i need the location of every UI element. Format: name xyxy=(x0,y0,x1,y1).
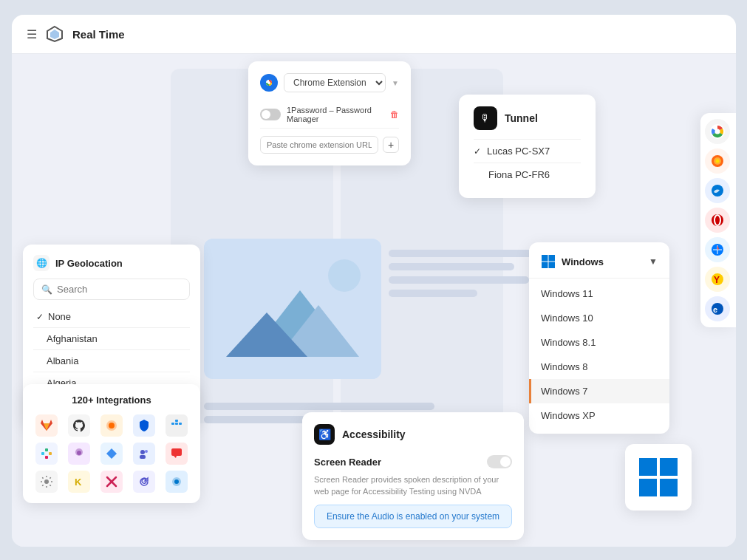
browser-safari-icon[interactable] xyxy=(705,237,730,262)
integration-diamond-icon[interactable] xyxy=(100,443,123,465)
svg-marker-28 xyxy=(174,456,177,458)
integrations-title: 120+ Integrations xyxy=(33,395,190,406)
integrations-grid: K xyxy=(33,414,190,493)
svg-rect-10 xyxy=(549,262,556,269)
geo-option-afghanistan[interactable]: Afghanistan xyxy=(33,328,190,349)
screen-reader-description: Screen Reader provides spoken descriptio… xyxy=(314,474,512,497)
integration-k-icon[interactable]: K xyxy=(68,471,90,493)
integration-slack-icon[interactable] xyxy=(35,443,58,465)
logo-icon xyxy=(44,24,65,44)
svg-rect-14 xyxy=(175,423,178,425)
windows-header: Windows ▼ xyxy=(529,248,669,278)
content-line-1 xyxy=(389,250,536,257)
integration-npm-icon[interactable] xyxy=(100,414,123,437)
svg-rect-15 xyxy=(175,420,178,422)
add-extension-button[interactable]: + xyxy=(383,137,399,153)
chrome-extension-card: Chrome Extension ▼ 1Password – Password … xyxy=(248,61,411,165)
browser-yandex-icon[interactable]: Y xyxy=(705,267,730,292)
svg-point-3 xyxy=(328,259,361,292)
tunnel-icon: 🎙 xyxy=(474,106,497,130)
geo-option-none[interactable]: None xyxy=(33,306,190,327)
svg-rect-16 xyxy=(179,423,182,425)
integration-x-icon[interactable] xyxy=(100,471,123,493)
svg-rect-36 xyxy=(660,458,678,476)
extension-name: 1Password – Password Manager xyxy=(287,106,384,123)
accessibility-header: ♿ Accessibility xyxy=(314,424,512,445)
browser-edge-icon[interactable] xyxy=(705,178,730,203)
tunnel-header: 🎙 Tunnel xyxy=(474,106,581,130)
svg-text:K: K xyxy=(75,477,82,488)
svg-point-41 xyxy=(715,129,720,134)
header-title: Real Time xyxy=(72,28,125,41)
browser-opera-icon[interactable] xyxy=(705,208,730,233)
chevron-down-icon: ▼ xyxy=(649,256,658,267)
screen-reader-row: Screen Reader xyxy=(314,455,512,468)
integrations-card: 120+ Integrations xyxy=(23,384,200,503)
win-option-11[interactable]: Windows 11 xyxy=(529,281,669,306)
menu-icon[interactable]: ☰ xyxy=(27,27,37,41)
chrome-ext-dropdown[interactable]: Chrome Extension xyxy=(284,73,386,92)
search-input[interactable] xyxy=(57,284,182,295)
integration-shield-icon[interactable] xyxy=(133,414,155,437)
integration-gitlab-icon[interactable] xyxy=(35,414,58,437)
win-option-10[interactable]: Windows 10 xyxy=(529,306,669,330)
tunnel-option-lucas[interactable]: Lucas PC-SX7 xyxy=(474,140,581,163)
win-option-xp[interactable]: Windows XP xyxy=(529,403,669,428)
win-option-8[interactable]: Windows 8 xyxy=(529,355,669,379)
browser-ie-icon[interactable]: e xyxy=(705,296,730,321)
audio-warning-text: Ensure the Audio is enabled on your syst… xyxy=(327,511,499,522)
svg-point-44 xyxy=(716,160,720,163)
svg-rect-13 xyxy=(171,423,174,425)
svg-text:e: e xyxy=(713,305,717,314)
audio-warning-banner: Ensure the Audio is enabled on your syst… xyxy=(314,505,512,528)
chrome-ext-header: Chrome Extension ▼ xyxy=(260,73,399,92)
svg-point-24 xyxy=(140,450,145,454)
search-box: 🔍 xyxy=(33,279,190,300)
integration-chat-icon[interactable] xyxy=(166,443,188,465)
integration-docker-icon[interactable] xyxy=(166,414,188,437)
svg-point-1 xyxy=(267,81,270,84)
integration-refresh-icon[interactable] xyxy=(133,471,155,493)
svg-point-22 xyxy=(77,451,81,455)
integration-gear-icon[interactable] xyxy=(35,471,58,493)
integration-circle-icon[interactable] xyxy=(166,471,188,493)
browser-chrome-icon[interactable] xyxy=(705,119,730,144)
svg-point-12 xyxy=(109,423,115,428)
win-option-7[interactable]: Windows 7 xyxy=(529,379,669,403)
extension-toggle[interactable] xyxy=(260,109,281,120)
content-lines xyxy=(389,250,536,303)
search-icon: 🔍 xyxy=(41,284,52,295)
paste-url-input[interactable] xyxy=(260,136,378,154)
integration-teams-icon[interactable] xyxy=(133,443,155,465)
content-line-2 xyxy=(389,263,514,270)
windows-logo-card xyxy=(625,444,692,511)
ip-geo-icon: 🌐 xyxy=(33,255,50,271)
svg-rect-38 xyxy=(660,479,678,496)
integration-octopus-icon[interactable] xyxy=(68,443,90,465)
svg-rect-7 xyxy=(542,255,548,262)
win-option-8-1[interactable]: Windows 8.1 xyxy=(529,330,669,355)
browser-sidebar: Y e xyxy=(700,113,736,327)
header: ☰ Real Time xyxy=(12,15,736,54)
geo-option-albania[interactable]: Albania xyxy=(33,350,190,372)
tunnel-option-fiona[interactable]: Fiona PC-FR6 xyxy=(474,163,581,186)
extension-row: 1Password – Password Manager 🗑 xyxy=(260,101,399,129)
svg-point-29 xyxy=(44,479,49,484)
content-line-3 xyxy=(389,276,529,284)
svg-rect-37 xyxy=(639,479,657,496)
screen-reader-toggle[interactable] xyxy=(487,455,512,468)
integration-github-icon[interactable] xyxy=(68,414,90,437)
delete-extension-icon[interactable]: 🗑 xyxy=(390,109,399,120)
svg-point-25 xyxy=(145,450,148,453)
paste-url-row: + xyxy=(260,136,399,154)
center-image-card xyxy=(204,239,381,379)
windows-os-card: Windows ▼ Windows 11 Windows 10 Windows … xyxy=(529,242,669,434)
svg-point-34 xyxy=(174,479,179,484)
browser-firefox-icon[interactable] xyxy=(705,148,730,174)
svg-rect-9 xyxy=(542,262,548,269)
tunnel-card: 🎙 Tunnel Lucas PC-SX7 Fiona PC-FR6 xyxy=(459,95,596,198)
accessibility-icon: ♿ xyxy=(314,424,335,445)
accessibility-title: Accessibility xyxy=(342,428,406,440)
svg-rect-27 xyxy=(171,448,182,456)
svg-rect-26 xyxy=(140,455,146,459)
